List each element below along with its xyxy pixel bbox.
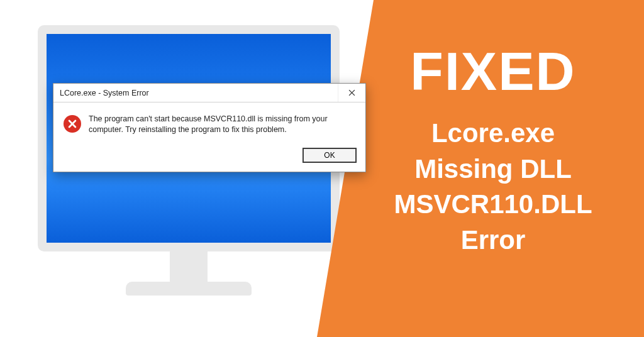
- error-dialog: LCore.exe - System Error The program can…: [53, 83, 366, 172]
- monitor-neck: [170, 251, 208, 282]
- headline-panel: FIXED Lcore.exe Missing DLL MSVCR110.DLL…: [317, 0, 644, 337]
- close-icon: [348, 89, 355, 96]
- dialog-body: The program can't start because MSVCR110…: [53, 102, 365, 144]
- dialog-title: LCore.exe - System Error: [60, 89, 149, 97]
- subtitle-line-4: Error: [394, 223, 592, 258]
- close-button[interactable]: [338, 84, 365, 102]
- dialog-titlebar: LCore.exe - System Error: [53, 84, 365, 102]
- fixed-heading: FIXED: [410, 44, 575, 98]
- ok-button-label: OK: [324, 151, 335, 160]
- monitor-illustration: LCore.exe - System Error The program can…: [38, 25, 340, 314]
- monitor-base: [126, 282, 252, 296]
- subtitle-block: Lcore.exe Missing DLL MSVCR110.DLL Error: [394, 116, 592, 258]
- promo-canvas: LCore.exe - System Error The program can…: [0, 0, 644, 337]
- subtitle-line-3: MSVCR110.DLL: [394, 187, 592, 223]
- dialog-actions: OK: [53, 144, 365, 172]
- ok-button[interactable]: OK: [303, 148, 357, 163]
- error-icon: [64, 115, 81, 133]
- subtitle-line-2: Missing DLL: [394, 152, 592, 187]
- subtitle-line-1: Lcore.exe: [394, 116, 592, 152]
- dialog-message: The program can't start because MSVCR110…: [89, 114, 355, 135]
